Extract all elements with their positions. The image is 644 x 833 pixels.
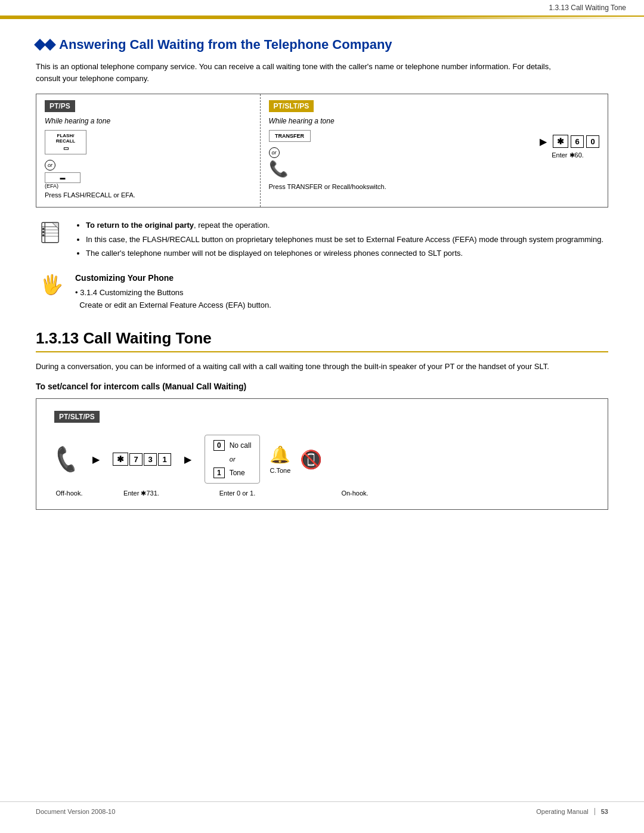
col-ptps-header: PT/PS: [45, 100, 75, 112]
col-ptsltps: PT/SLT/PS While hearing a tone TRANSFER …: [261, 94, 608, 207]
section1-title: Answering Call Waiting from the Telephon…: [36, 37, 608, 52]
flash-recall-box: FLASH/ RECALL ▭: [45, 130, 86, 154]
note-content: To return to the original party, repeat …: [75, 219, 603, 262]
enter-731-label: Enter ✱731.: [112, 490, 171, 497]
key-sequence-step: ✱ 7 3 1: [113, 453, 171, 466]
section2-body: During a conversation, you can be inform…: [36, 361, 584, 373]
diagram-box2-header: PT/SLT/PS: [54, 411, 100, 423]
diamond2: [44, 39, 56, 51]
key-star: ✱: [553, 135, 568, 148]
footer: Document Version 2008-10 Operating Manua…: [0, 801, 644, 821]
note-item-2: In this case, the FLASH/RECALL button on…: [86, 234, 603, 246]
key-star-2: ✱: [113, 453, 128, 466]
selection-box: 0 No call or 1 Tone: [205, 435, 260, 484]
custom-section: 🖐 Customizing Your Phone • 3.1.4 Customi…: [36, 271, 608, 312]
note-icon: [36, 219, 66, 247]
footer-left: Document Version 2008-10: [36, 808, 115, 815]
custom-title: Customizing Your Phone: [75, 271, 271, 284]
note-item-3: The caller's telephone number will not b…: [86, 247, 603, 259]
offhook-label: Off-hook.: [54, 490, 84, 497]
header-title: 1.3.13 Call Waiting Tone: [549, 4, 626, 12]
ctone-step: 🔔 C.Tone: [270, 445, 290, 474]
onhook-icon: 📵: [300, 449, 322, 470]
sel-key-1: 1: [213, 467, 225, 478]
custom-item: • 3.1.4 Customizing the Buttons Create o…: [75, 287, 271, 312]
svg-point-8: [42, 234, 45, 237]
hand-icon-svg: 🖐: [38, 271, 64, 298]
svg-point-6: [42, 228, 45, 230]
notebook-icon-svg: [38, 219, 64, 246]
enter-option-label: Enter 0 or 1.: [199, 490, 276, 497]
enter-label-1: Enter ✱60.: [552, 151, 584, 159]
right-col-left: While hearing a tone TRANSFER or 📞 Press…: [269, 117, 524, 190]
diagram-box2: PT/SLT/PS 📞 ▶ ✱ 7 3 1 ▶ 0: [36, 398, 608, 510]
offhook-step: 📞: [54, 447, 79, 471]
or-text-2: or: [213, 456, 251, 463]
custom-content: Customizing Your Phone • 3.1.4 Customizi…: [75, 271, 271, 312]
ctone-icon: 🔔: [270, 445, 290, 465]
onhook-label-bottom: On-hook.: [337, 490, 373, 497]
sel-key-0: 0: [213, 440, 225, 451]
option-0: 0 No call: [213, 440, 251, 451]
footer-right-label: Operating Manual: [536, 808, 588, 815]
ctone-label: C.Tone: [270, 467, 290, 474]
while-text-1: While hearing a tone: [45, 117, 252, 125]
arrow-right-2: ▶: [92, 454, 100, 465]
while-text-2: While hearing a tone: [269, 117, 524, 125]
labels-row: Off-hook. Enter ✱731. Enter 0 or 1. On-h…: [54, 490, 590, 497]
key-3: 3: [144, 453, 157, 466]
or-circle-2: or: [269, 147, 280, 158]
notes-section: To return to the original party, repeat …: [36, 219, 608, 262]
recall-hookswitch-icon: 📞: [269, 160, 288, 178]
section1-intro: This is an optional telephone company se…: [36, 61, 572, 84]
section2-title: 1.3.13 Call Waiting Tone: [36, 329, 608, 352]
svg-marker-9: [52, 222, 59, 229]
right-col-inner: While hearing a tone TRANSFER or 📞 Press…: [269, 117, 599, 190]
svg-point-7: [42, 231, 45, 233]
footer-page: 53: [595, 808, 608, 815]
offhook-icon: 📞: [51, 444, 82, 475]
option-0-label: No call: [230, 441, 252, 450]
notes-list: To return to the original party, repeat …: [75, 219, 603, 259]
svg-text:🖐: 🖐: [40, 273, 64, 296]
key-1: 1: [158, 453, 171, 466]
key-6: 6: [571, 135, 584, 148]
option-1-label: Tone: [230, 469, 245, 477]
key-7: 7: [129, 453, 143, 466]
main-content: Answering Call Waiting from the Telephon…: [0, 19, 644, 546]
key-sequence-2: ✱ 7 3 1: [113, 453, 171, 466]
efa-box: ▬: [45, 172, 80, 183]
key-sequence-1: ▶ ✱ 6 0: [536, 135, 599, 148]
col-ptps: PT/PS While hearing a tone FLASH/ RECALL…: [36, 94, 261, 207]
header-bar: 1.3.13 Call Waiting Tone: [0, 0, 644, 17]
custom-icon: 🖐: [36, 271, 66, 299]
onhook-step: 📵: [300, 449, 322, 470]
col1-content: FLASH/ RECALL ▭ or ▬ (EFA) Press FLASH/R…: [45, 130, 252, 199]
footer-right: Operating Manual 53: [536, 808, 608, 815]
key-0: 0: [586, 135, 599, 148]
diagram-box1: PT/PS While hearing a tone FLASH/ RECALL…: [36, 94, 608, 208]
col-ptsltps-header: PT/SLT/PS: [269, 100, 314, 112]
press-label-2: Press TRANSFER or Recall/hookswitch.: [269, 183, 524, 190]
diagram-row: 📞 ▶ ✱ 7 3 1 ▶ 0 No call or: [54, 435, 590, 484]
transfer-box: TRANSFER: [269, 130, 311, 142]
section2-subheading-text: To set/cancel for intercom calls (Manual…: [36, 382, 608, 391]
note-item-1: To return to the original party, repeat …: [86, 219, 603, 231]
arrow-right-3: ▶: [184, 454, 191, 465]
diamond-icons: [36, 41, 54, 49]
arrow-right-1: ▶: [540, 136, 547, 147]
press-label-1: Press FLASH/RECALL or EFA.: [45, 191, 135, 199]
option-1: 1 Tone: [213, 467, 251, 478]
diagram-box-inner1: PT/PS While hearing a tone FLASH/ RECALL…: [36, 94, 608, 207]
or-circle-1: or: [45, 160, 55, 171]
